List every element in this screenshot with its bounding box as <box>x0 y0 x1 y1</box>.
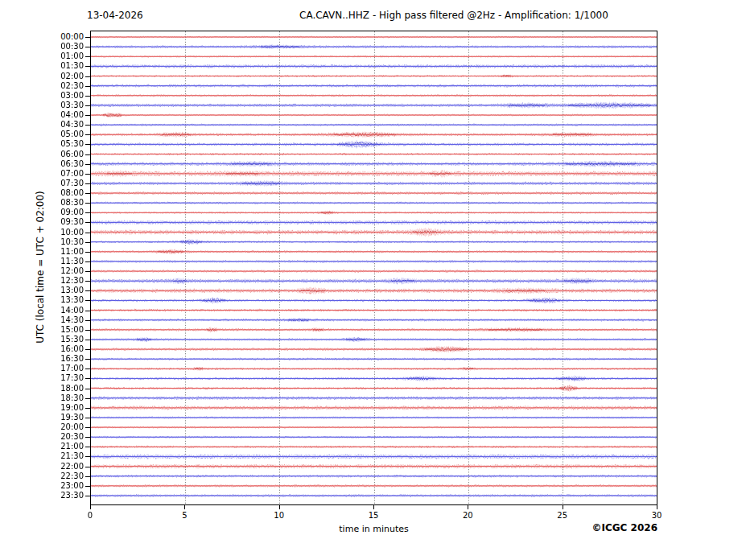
y-tick-mark <box>85 349 90 350</box>
y-tick-label: 03:00 <box>47 91 84 101</box>
y-tick-label: 09:00 <box>47 208 84 217</box>
y-tick-label: 22:00 <box>47 462 84 471</box>
y-tick-mark <box>85 115 90 116</box>
y-tick-label: 04:00 <box>47 110 84 120</box>
y-tick-mark <box>85 76 90 77</box>
y-tick-mark <box>85 378 90 379</box>
y-tick-mark <box>85 369 90 369</box>
y-tick-label: 19:30 <box>47 413 84 422</box>
y-tick-label: 16:30 <box>47 354 84 364</box>
y-tick-label: 13:00 <box>47 286 84 295</box>
y-tick-mark <box>85 300 90 301</box>
y-tick-mark <box>85 418 90 418</box>
y-tick-mark <box>85 437 90 438</box>
x-tick-label: 10 <box>267 511 291 520</box>
y-tick-mark <box>85 125 90 126</box>
x-tick-mark <box>468 505 468 509</box>
y-tick-label: 09:30 <box>47 217 84 227</box>
y-tick-mark <box>85 271 90 272</box>
y-tick-mark <box>85 56 90 57</box>
plot-area <box>90 31 657 505</box>
y-tick-label: 12:00 <box>47 266 84 276</box>
x-tick-label: 30 <box>645 511 669 520</box>
y-tick-label: 15:30 <box>47 335 84 344</box>
y-tick-label: 13:30 <box>47 295 84 305</box>
y-tick-label: 06:30 <box>47 159 84 169</box>
y-tick-label: 05:30 <box>47 139 84 149</box>
y-tick-mark <box>85 183 90 184</box>
y-tick-label: 06:00 <box>47 150 84 159</box>
y-tick-label: 07:30 <box>47 179 84 188</box>
y-tick-label: 20:00 <box>47 422 84 432</box>
y-tick-mark <box>85 476 90 477</box>
y-tick-mark <box>85 340 90 340</box>
y-tick-label: 01:00 <box>47 51 84 61</box>
y-tick-label: 12:30 <box>47 276 84 286</box>
y-tick-mark <box>85 96 90 97</box>
y-tick-mark <box>85 311 90 311</box>
y-tick-mark <box>85 486 90 487</box>
y-tick-mark <box>85 105 90 106</box>
y-tick-mark <box>85 496 90 496</box>
y-tick-label: 00:00 <box>47 32 84 42</box>
y-tick-mark <box>85 281 90 282</box>
y-tick-label: 10:30 <box>47 237 84 247</box>
y-tick-mark <box>85 154 90 155</box>
y-tick-mark <box>85 212 90 213</box>
y-tick-mark <box>85 427 90 428</box>
y-tick-label: 11:00 <box>47 247 84 257</box>
y-tick-label: 03:30 <box>47 101 84 110</box>
y-tick-mark <box>85 242 90 243</box>
x-tick-label: 0 <box>78 511 102 520</box>
y-tick-label: 02:00 <box>47 72 84 81</box>
plot-title: CA.CAVN..HHZ - High pass filtered @2Hz -… <box>299 10 608 21</box>
y-tick-mark <box>85 456 90 457</box>
y-tick-mark <box>85 389 90 389</box>
y-tick-mark <box>85 222 90 223</box>
y-tick-mark <box>85 193 90 194</box>
y-tick-label: 02:30 <box>47 81 84 91</box>
x-tick-label: 25 <box>550 511 575 520</box>
x-tick-mark <box>657 505 657 509</box>
y-tick-label: 05:00 <box>47 130 84 139</box>
y-tick-label: 07:00 <box>47 169 84 179</box>
date-label: 13-04-2026 <box>87 10 143 21</box>
y-tick-mark <box>85 37 90 38</box>
y-tick-label: 00:30 <box>47 42 84 51</box>
x-tick-mark <box>184 505 185 509</box>
y-tick-mark <box>85 203 90 204</box>
y-tick-mark <box>85 261 90 262</box>
y-tick-label: 23:30 <box>47 491 84 500</box>
y-tick-mark <box>85 408 90 409</box>
y-tick-mark <box>85 233 90 233</box>
y-tick-mark <box>85 144 90 145</box>
x-tick-mark <box>90 505 91 509</box>
y-tick-mark <box>85 164 90 165</box>
copyright-credit: ©ICGC 2026 <box>497 522 657 533</box>
y-tick-label: 17:30 <box>47 373 84 383</box>
y-tick-mark <box>85 47 90 47</box>
y-tick-label: 18:30 <box>47 393 84 403</box>
y-tick-mark <box>85 398 90 399</box>
x-tick-mark <box>563 505 563 509</box>
y-tick-label: 01:30 <box>47 61 84 71</box>
y-tick-label: 15:00 <box>47 325 84 335</box>
seismogram-page: 13-04-2026 CA.CAVN..HHZ - High pass filt… <box>0 0 746 560</box>
y-tick-mark <box>85 320 90 321</box>
y-tick-label: 21:30 <box>47 451 84 461</box>
trace-canvas <box>91 31 657 504</box>
y-tick-mark <box>85 174 90 175</box>
y-tick-mark <box>85 134 90 135</box>
y-tick-label: 04:30 <box>47 120 84 130</box>
y-tick-mark <box>85 330 90 331</box>
y-tick-label: 23:00 <box>47 481 84 491</box>
y-tick-label: 18:00 <box>47 384 84 393</box>
y-tick-label: 19:00 <box>47 403 84 413</box>
y-tick-mark <box>85 252 90 253</box>
y-tick-label: 17:00 <box>47 364 84 373</box>
x-tick-label: 20 <box>455 511 480 520</box>
x-tick-mark <box>279 505 280 509</box>
y-tick-mark <box>85 467 90 467</box>
y-tick-label: 22:30 <box>47 471 84 481</box>
x-tick-label: 15 <box>361 511 385 520</box>
